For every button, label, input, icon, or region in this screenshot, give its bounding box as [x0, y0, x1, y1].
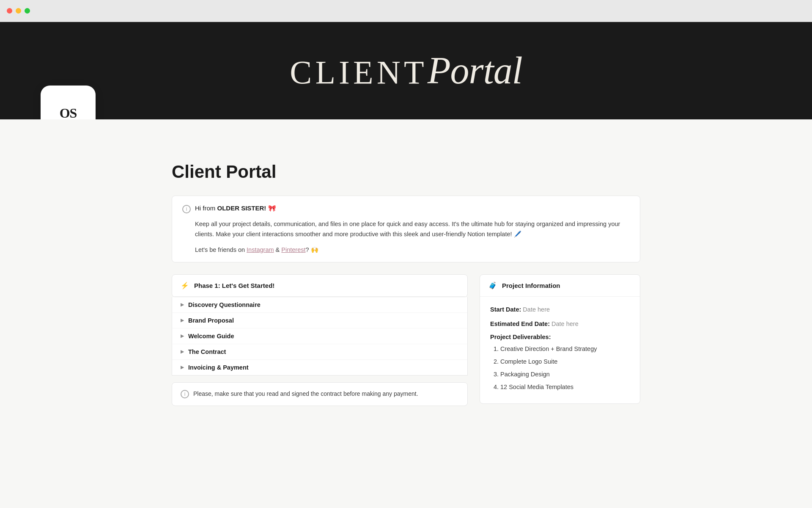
instagram-link[interactable]: Instagram	[247, 246, 274, 253]
deliverable-item: Packaging Design	[500, 370, 630, 379]
banner-title-script: Portal	[428, 50, 522, 91]
warning-text: Please, make sure that you read and sign…	[193, 389, 418, 399]
minimize-button[interactable]	[16, 8, 21, 14]
page-title: Client Portal	[172, 162, 640, 182]
phase-header: ⚡ Phase 1: Let's Get Started!	[172, 275, 467, 297]
project-info-title: Project Information	[502, 282, 560, 289]
info-box-greeting: Hi from OLDER SISTER! 🎀	[195, 204, 276, 212]
end-date-label: Estimated End Date:	[490, 320, 550, 327]
list-item-label: Welcome Guide	[188, 333, 234, 340]
list-item-label: The Contract	[188, 348, 226, 355]
deliverable-item: 12 Social Media Templates	[500, 383, 630, 392]
left-column: ⚡ Phase 1: Let's Get Started! ▶ Discover…	[172, 274, 468, 406]
phase-title: Phase 1: Let's Get Started!	[194, 282, 274, 289]
arrow-icon: ▶	[181, 302, 184, 307]
warning-info-icon: i	[181, 390, 189, 398]
briefcase-icon: 🧳	[488, 282, 497, 290]
arrow-icon: ▶	[181, 349, 184, 354]
deliverables-list: Creative Direction + Brand Strategy Comp…	[490, 345, 630, 392]
list-item[interactable]: ▶ Discovery Questionnaire	[172, 297, 467, 313]
deliverables-label: Project Deliverables:	[490, 334, 630, 340]
start-date-value: Date here	[523, 306, 550, 313]
end-date-row: Estimated End Date: Date here	[490, 320, 630, 329]
phase-list: ▶ Discovery Questionnaire ▶ Brand Propos…	[172, 297, 468, 375]
info-box: i Hi from OLDER SISTER! 🎀 Keep all your …	[172, 196, 640, 262]
pinterest-link[interactable]: Pinterest	[281, 246, 305, 253]
banner-title-plain: CLIENT	[290, 54, 427, 91]
list-item[interactable]: ▶ Brand Proposal	[172, 313, 467, 329]
info-box-header: i Hi from OLDER SISTER! 🎀	[182, 204, 630, 213]
info-icon: i	[182, 205, 191, 213]
arrow-icon: ▶	[181, 364, 184, 370]
project-info-card: 🧳 Project Information Start Date: Date h…	[480, 274, 640, 404]
banner-title: CLIENTPortal	[290, 52, 522, 90]
list-item-label: Discovery Questionnaire	[188, 301, 261, 308]
list-item[interactable]: ▶ Invoicing & Payment	[172, 360, 467, 375]
brand-name: OLDER SISTER! 🎀	[217, 204, 276, 212]
list-item-label: Invoicing & Payment	[188, 364, 249, 371]
project-info-header: 🧳 Project Information	[480, 275, 640, 297]
close-button[interactable]	[7, 8, 12, 14]
end-date-value: Date here	[551, 320, 579, 327]
window-chrome	[0, 0, 812, 22]
deliverable-item: Complete Logo Suite	[500, 357, 630, 367]
list-item[interactable]: ▶ Welcome Guide	[172, 329, 467, 344]
arrow-icon: ▶	[181, 333, 184, 339]
start-date-row: Start Date: Date here	[490, 305, 630, 315]
list-item-label: Brand Proposal	[188, 317, 234, 324]
traffic-lights	[7, 8, 30, 14]
deliverable-item: Creative Direction + Brand Strategy	[500, 345, 630, 354]
main-content: Client Portal i Hi from OLDER SISTER! 🎀 …	[131, 119, 681, 431]
info-box-body: Keep all your project details, communica…	[182, 219, 630, 240]
fullscreen-button[interactable]	[25, 8, 30, 14]
phase-icon: ⚡	[181, 282, 189, 290]
warning-box: i Please, make sure that you read and si…	[172, 382, 468, 406]
logo-text: OS	[60, 105, 77, 120]
arrow-icon: ▶	[181, 318, 184, 323]
info-box-footer: Let's be friends on Instagram & Pinteres…	[182, 246, 630, 254]
two-col-layout: ⚡ Phase 1: Let's Get Started! ▶ Discover…	[172, 274, 640, 406]
logo-container: OS	[41, 86, 96, 119]
header-banner: CLIENTPortal OS	[0, 22, 812, 119]
phase-card: ⚡ Phase 1: Let's Get Started!	[172, 274, 468, 297]
start-date-label: Start Date:	[490, 306, 521, 313]
project-info-body: Start Date: Date here Estimated End Date…	[480, 297, 640, 404]
list-item[interactable]: ▶ The Contract	[172, 344, 467, 360]
